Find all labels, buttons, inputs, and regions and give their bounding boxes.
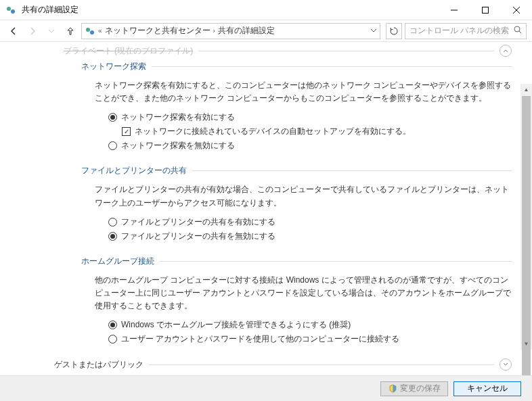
radio-nd-on[interactable]: ネットワーク探索を有効にする	[108, 112, 512, 123]
address-dropdown-icon[interactable]	[370, 26, 377, 36]
profile-guest-public[interactable]: ゲストまたはパブリック	[54, 358, 512, 371]
address-icon	[85, 26, 95, 37]
cancel-button[interactable]: キャンセル	[453, 381, 521, 396]
section-homegroup: ホームグループ接続	[81, 256, 512, 267]
svg-rect-3	[483, 7, 489, 13]
address-bar[interactable]: « ネットワークと共有センター › 共有の詳細設定	[81, 23, 380, 39]
scroll-down-icon[interactable]: ▼	[520, 338, 532, 350]
chevron-right-icon: ›	[213, 27, 215, 34]
maximize-button[interactable]	[470, 0, 501, 20]
radio-hg-user[interactable]: ユーザー アカウントとパスワードを使用して他のコンピューターに接続する	[108, 333, 512, 345]
svg-line-9	[519, 31, 521, 33]
shield-icon	[389, 384, 397, 393]
checkbox-icon: ✓	[122, 127, 131, 136]
profile-header-private: プライベート (現在のプロファイル)	[64, 45, 512, 57]
svg-point-0	[7, 7, 11, 11]
radio-hg-windows[interactable]: Windows でホームグループ接続を管理できるようにする (推奨)	[108, 319, 512, 331]
svg-point-6	[86, 28, 90, 32]
refresh-button[interactable]	[386, 23, 402, 39]
recent-dropdown[interactable]	[43, 23, 60, 39]
minimize-button[interactable]	[439, 0, 470, 20]
radio-icon	[108, 141, 117, 150]
svg-point-1	[11, 9, 15, 14]
content-area: プライベート (現在のプロファイル) ネットワーク探索 ネットワーク探索を有効に…	[0, 42, 532, 375]
window-icon	[5, 5, 16, 16]
section-desc: ネットワーク探索を有効にすると、このコンピューターは他のネットワーク コンピュー…	[95, 79, 512, 105]
collapse-icon[interactable]	[500, 45, 512, 57]
scroll-up-icon[interactable]: ▲	[520, 84, 532, 95]
radio-icon	[108, 232, 117, 241]
back-button[interactable]	[5, 23, 22, 39]
radio-fp-off[interactable]: ファイルとプリンターの共有を無効にする	[108, 231, 512, 242]
scrollbar[interactable]: ▲ ▼	[520, 84, 532, 350]
search-input[interactable]: コントロール パネルの検索	[405, 23, 527, 39]
breadcrumb-item[interactable]: 共有の詳細設定	[218, 25, 275, 37]
section-desc: 他のホームグループ コンピューターに対する接続は Windows によって管理さ…	[95, 274, 512, 313]
window-title: 共有の詳細設定	[22, 4, 439, 16]
chevron-left-icon: «	[98, 27, 102, 34]
forward-button[interactable]	[24, 23, 41, 39]
radio-icon	[108, 218, 117, 227]
expand-icon[interactable]	[500, 358, 512, 371]
close-button[interactable]	[501, 0, 532, 20]
radio-icon	[108, 113, 117, 122]
checkbox-nd-auto[interactable]: ✓ネットワークに接続されているデバイスの自動セットアップを有効にする。	[122, 126, 512, 137]
radio-nd-off[interactable]: ネットワーク探索を無効にする	[108, 140, 512, 151]
radio-fp-on[interactable]: ファイルとプリンターの共有を有効にする	[108, 216, 512, 228]
scroll-thumb[interactable]	[522, 96, 531, 375]
save-button: 変更の保存	[380, 381, 448, 396]
breadcrumb-item[interactable]: ネットワークと共有センター	[105, 25, 210, 37]
up-button[interactable]	[62, 23, 79, 39]
search-placeholder: コントロール パネルの検索	[409, 25, 509, 37]
section-file-printer: ファイルとプリンターの共有	[81, 165, 512, 176]
radio-icon	[108, 335, 117, 344]
search-icon	[514, 26, 522, 36]
svg-point-7	[90, 30, 94, 34]
section-desc: ファイルとプリンターの共有が有効な場合、このコンピューターで共有しているファイル…	[95, 183, 512, 209]
radio-icon	[108, 321, 117, 329]
svg-point-8	[514, 26, 520, 32]
section-network-discovery: ネットワーク探索	[81, 61, 512, 72]
